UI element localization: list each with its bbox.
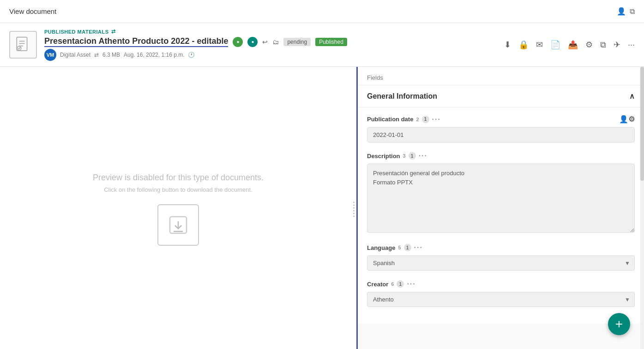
toolbar-copy-icon[interactable]: ⧉ bbox=[600, 40, 606, 50]
desc-badge1: 3 bbox=[403, 153, 406, 159]
fields-label: Fields bbox=[367, 74, 383, 81]
language-field: Language 5 1 ··· Spanish English French … bbox=[367, 243, 635, 271]
document-subtitle: VM Digital Asset ⇄ 6.3 MB Aug. 16, 2022,… bbox=[44, 49, 497, 61]
language-label-row: Language 5 1 ··· bbox=[367, 243, 635, 252]
drag-handle[interactable] bbox=[351, 198, 356, 220]
creator-select[interactable]: Athento Other bbox=[367, 292, 635, 307]
lang-more-icon[interactable]: ··· bbox=[414, 243, 423, 252]
topbar: View document 👤 ⧉ bbox=[0, 0, 644, 23]
pub-date-badge2: 1 bbox=[422, 116, 429, 123]
lang-badge1: 5 bbox=[398, 245, 401, 250]
preview-disabled-message: Preview is disabled for this type of doc… bbox=[93, 173, 264, 193]
asset-type: Digital Asset bbox=[60, 52, 90, 58]
publication-date-field: Publication date 2 1 ··· 👤⚙ 2022-01-01 bbox=[367, 115, 635, 142]
document-thumbnail bbox=[9, 31, 37, 59]
page-title: View document bbox=[9, 7, 56, 15]
general-info-section-header[interactable]: General Information ∧ bbox=[358, 85, 644, 107]
pub-date-badge1: 2 bbox=[416, 117, 419, 122]
topbar-actions: 👤 ⧉ bbox=[617, 7, 635, 16]
description-label-row: Description 3 1 ··· bbox=[367, 152, 635, 160]
title-row: Presentacion Athento Producto 2022 - edi… bbox=[44, 36, 497, 47]
publication-date-label: Publication date bbox=[367, 116, 413, 123]
section-content: Publication date 2 1 ··· 👤⚙ 2022-01-01 D… bbox=[358, 107, 644, 324]
fab-button[interactable]: + bbox=[608, 313, 630, 335]
language-select[interactable]: Spanish English French German bbox=[367, 255, 635, 271]
fields-pane: Fields General Information ∧ Publication… bbox=[358, 67, 644, 349]
user-icon[interactable]: 👤 bbox=[617, 7, 626, 16]
collapse-icon[interactable]: ∧ bbox=[629, 92, 635, 101]
published-badge: Published bbox=[315, 38, 347, 46]
document-meta: PUBLISHED MATERIALS ⇄ Presentacion Athen… bbox=[44, 29, 497, 61]
description-label: Description bbox=[367, 153, 400, 160]
language-label: Language bbox=[367, 244, 395, 251]
creator-badge2: 1 bbox=[397, 280, 404, 288]
main-layout: Preview is disabled for this type of doc… bbox=[0, 67, 644, 349]
publication-date-label-row: Publication date 2 1 ··· 👤⚙ bbox=[367, 115, 635, 124]
badge1-text: ● bbox=[236, 39, 239, 44]
action-folder-icon[interactable]: 🗂 bbox=[272, 38, 279, 46]
toolbar-export-icon[interactable]: 📤 bbox=[568, 40, 578, 50]
breadcrumb: PUBLISHED MATERIALS ⇄ bbox=[44, 29, 497, 35]
creator-label-row: Creator 6 1 ··· bbox=[367, 280, 635, 288]
scrollbar-track bbox=[640, 67, 644, 349]
breadcrumb-icon: ⇄ bbox=[111, 29, 116, 35]
download-button[interactable] bbox=[157, 204, 199, 246]
pub-date-more-icon[interactable]: ··· bbox=[432, 115, 441, 124]
document-header: PUBLISHED MATERIALS ⇄ Presentacion Athen… bbox=[0, 23, 644, 67]
description-field: Description 3 1 ··· Presentación general… bbox=[367, 152, 635, 234]
scrollbar-thumb[interactable] bbox=[640, 67, 644, 181]
preview-disabled-title: Preview is disabled for this type of doc… bbox=[93, 173, 264, 183]
badge2-text: ● bbox=[251, 39, 254, 44]
assign-icon[interactable]: 👤⚙ bbox=[619, 115, 635, 124]
avatar: VM bbox=[44, 49, 56, 61]
creator-field: Creator 6 1 ··· Athento Other ▼ bbox=[367, 280, 635, 307]
toolbar-more-icon[interactable]: ··· bbox=[628, 40, 635, 50]
toolbar-right: ⬇ 🔒 ✉ 📄 📤 ⚙ ⧉ ✈ ··· bbox=[504, 40, 635, 50]
general-info-title: General Information bbox=[367, 92, 437, 101]
document-title: Presentacion Athento Producto 2022 - edi… bbox=[44, 36, 228, 47]
preview-disabled-subtitle: Click on the following button to downloa… bbox=[93, 186, 264, 193]
creator-select-wrapper: Athento Other ▼ bbox=[367, 292, 635, 307]
timestamp: Aug. 16, 2022, 1:16 p.m. bbox=[124, 52, 184, 58]
desc-badge2: 1 bbox=[409, 152, 416, 160]
badge-circle-1[interactable]: ● bbox=[233, 37, 243, 47]
file-size: 6.3 MB bbox=[102, 52, 120, 58]
toolbar-pdf-icon[interactable]: 📄 bbox=[550, 40, 560, 50]
fields-header: Fields bbox=[358, 67, 644, 85]
asset-link-icon: ⇄ bbox=[94, 52, 99, 58]
toolbar-email-icon[interactable]: ✉ bbox=[536, 40, 543, 50]
copy-icon[interactable]: ⧉ bbox=[630, 7, 635, 16]
preview-pane: Preview is disabled for this type of doc… bbox=[0, 67, 358, 349]
pending-badge: pending bbox=[283, 38, 311, 46]
creator-more-icon[interactable]: ··· bbox=[407, 280, 415, 288]
toolbar-send-icon[interactable]: ✈ bbox=[614, 40, 620, 50]
action-rotate-icon[interactable]: ↩ bbox=[262, 38, 268, 46]
lang-badge2: 1 bbox=[404, 244, 411, 251]
history-icon[interactable]: 🕐 bbox=[188, 52, 195, 58]
publication-date-input[interactable]: 2022-01-01 bbox=[367, 127, 635, 142]
badge-circle-2[interactable]: ● bbox=[247, 37, 258, 47]
creator-label: Creator bbox=[367, 281, 388, 288]
description-textarea[interactable]: Presentación general del producto Format… bbox=[367, 164, 635, 233]
language-select-wrapper: Spanish English French German ▼ bbox=[367, 255, 635, 271]
toolbar-download-icon[interactable]: ⬇ bbox=[504, 40, 511, 50]
toolbar-qr-icon[interactable]: ⚙ bbox=[585, 40, 593, 50]
desc-more-icon[interactable]: ··· bbox=[419, 152, 427, 160]
toolbar-lock-icon[interactable]: 🔒 bbox=[518, 40, 529, 50]
creator-badge1: 6 bbox=[391, 281, 394, 287]
fab-icon: + bbox=[615, 317, 623, 331]
breadcrumb-text: PUBLISHED MATERIALS bbox=[44, 29, 108, 35]
